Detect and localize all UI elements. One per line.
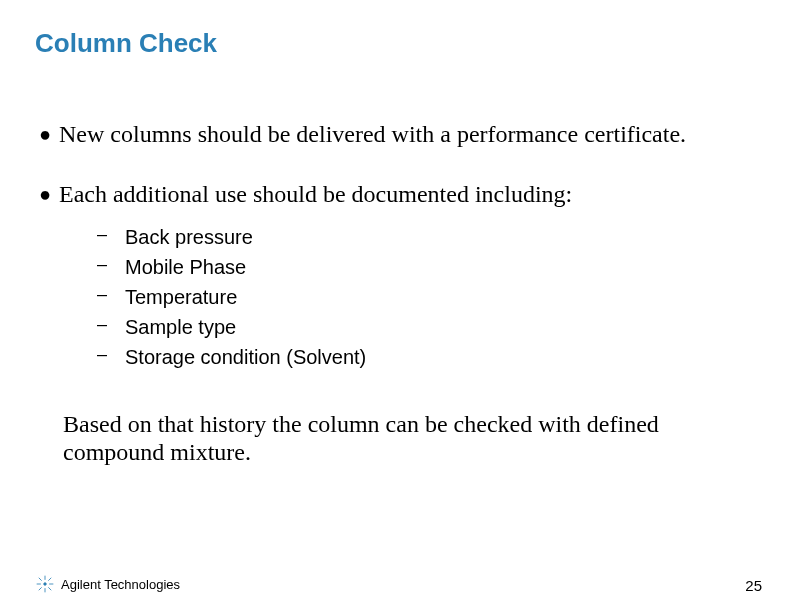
sub-bullet-list: – Back pressure – Mobile Phase – Tempera… — [97, 224, 732, 370]
brand-name: Agilent Technologies — [61, 577, 180, 592]
sub-bullet-item: – Sample type — [97, 314, 732, 340]
bullet-dot-icon: ● — [35, 120, 59, 148]
sub-bullet-item: – Back pressure — [97, 224, 732, 250]
dash-icon: – — [97, 224, 125, 245]
bullet-text: Each additional use should be documented… — [59, 180, 572, 208]
dash-icon: – — [97, 284, 125, 305]
bullet-item: ● Each additional use should be document… — [35, 180, 732, 208]
sub-bullet-item: – Temperature — [97, 284, 732, 310]
dash-icon: – — [97, 344, 125, 365]
sub-bullet-text: Storage condition (Solvent) — [125, 344, 366, 370]
bullet-dot-icon: ● — [35, 180, 59, 208]
sub-bullet-text: Back pressure — [125, 224, 253, 250]
bullet-item: ● New columns should be delivered with a… — [35, 120, 732, 148]
sub-bullet-text: Mobile Phase — [125, 254, 246, 280]
bullet-text: New columns should be delivered with a p… — [59, 120, 686, 148]
slide-title: Column Check — [35, 28, 217, 59]
slide: Column Check ● New columns should be del… — [0, 0, 792, 612]
sub-bullet-text: Temperature — [125, 284, 237, 310]
page-number: 25 — [745, 577, 762, 594]
sub-bullet-item: – Storage condition (Solvent) — [97, 344, 732, 370]
svg-line-8 — [48, 578, 51, 581]
svg-point-0 — [44, 583, 47, 586]
footer-logo: Agilent Technologies — [35, 574, 180, 594]
sub-bullet-text: Sample type — [125, 314, 236, 340]
dash-icon: – — [97, 254, 125, 275]
svg-line-6 — [48, 587, 51, 590]
slide-content: ● New columns should be delivered with a… — [35, 120, 732, 466]
spark-icon — [35, 574, 55, 594]
sub-bullet-item: – Mobile Phase — [97, 254, 732, 280]
closing-text: Based on that history the column can be … — [63, 410, 703, 466]
svg-line-7 — [39, 587, 42, 590]
svg-line-5 — [39, 578, 42, 581]
dash-icon: – — [97, 314, 125, 335]
